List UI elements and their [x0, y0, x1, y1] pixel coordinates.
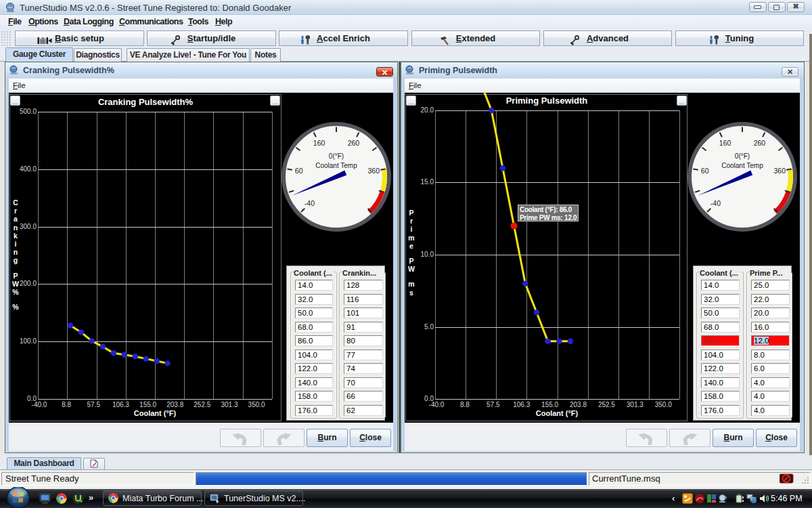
svg-text:Coolant Temp: Coolant Temp: [315, 162, 357, 169]
svg-text:301.3: 301.3: [221, 401, 238, 408]
svg-text:500.0: 500.0: [20, 108, 37, 115]
svg-text:360: 360: [368, 167, 380, 175]
svg-text:5.0: 5.0: [424, 323, 434, 331]
svg-text:350.0: 350.0: [248, 401, 265, 408]
svg-text:400.0: 400.0: [20, 165, 37, 173]
svg-text:260: 260: [754, 139, 766, 147]
svg-text:100.0: 100.0: [20, 337, 37, 345]
svg-text:-40: -40: [710, 199, 721, 207]
svg-text:160: 160: [313, 139, 325, 147]
svg-text:360: 360: [774, 167, 786, 175]
svg-text:57.5: 57.5: [487, 401, 500, 408]
svg-text:0(°F): 0(°F): [329, 152, 344, 160]
svg-text:300.0: 300.0: [20, 223, 37, 230]
svg-text:203.8: 203.8: [570, 401, 587, 408]
svg-text:-40.0: -40.0: [429, 401, 445, 408]
svg-text:-40.0: -40.0: [32, 401, 47, 408]
svg-text:-40: -40: [304, 199, 315, 207]
svg-text:Cranking Pulsewidth%: Cranking Pulsewidth%: [98, 97, 194, 107]
svg-text:260: 260: [348, 139, 360, 147]
svg-text:203.8: 203.8: [166, 401, 183, 408]
svg-text:301.3: 301.3: [627, 401, 644, 408]
svg-text:252.5: 252.5: [598, 401, 615, 408]
svg-text:106.3: 106.3: [513, 401, 530, 408]
svg-text:Coolant Temp: Coolant Temp: [721, 162, 763, 169]
svg-text:155.0: 155.0: [541, 401, 558, 408]
svg-text:60: 60: [295, 167, 303, 175]
svg-text:155.0: 155.0: [139, 401, 156, 408]
svg-text:350.0: 350.0: [655, 401, 672, 408]
svg-text:0(°F): 0(°F): [735, 152, 750, 160]
svg-text:160: 160: [719, 139, 731, 147]
svg-text:20.0: 20.0: [421, 106, 434, 114]
svg-text:10.0: 10.0: [421, 251, 434, 258]
svg-text:57.5: 57.5: [87, 401, 101, 408]
svg-text:8.8: 8.8: [460, 401, 470, 408]
svg-text:8.8: 8.8: [62, 401, 71, 408]
svg-text:252.5: 252.5: [194, 401, 210, 408]
svg-text:106.3: 106.3: [112, 401, 129, 408]
svg-text:200.0: 200.0: [20, 280, 37, 287]
svg-text:60: 60: [701, 167, 709, 175]
svg-text:Priming Pulsewidth: Priming Pulsewidth: [506, 96, 588, 106]
svg-text:15.0: 15.0: [421, 178, 434, 186]
